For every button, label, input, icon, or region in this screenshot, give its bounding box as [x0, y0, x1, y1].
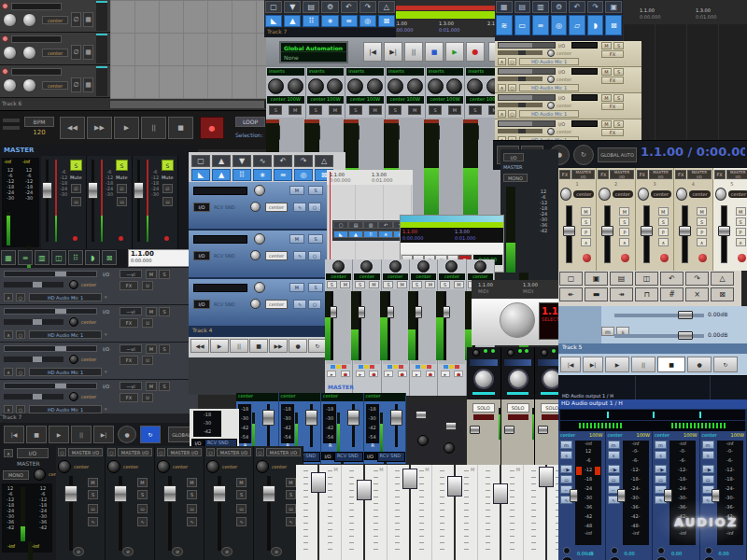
- solo-button[interactable]: S: [286, 490, 296, 499]
- pan-knob-large[interactable]: [655, 556, 668, 560]
- fx-button[interactable]: FX: [120, 281, 138, 290]
- toolbar-icon[interactable]: ◗: [587, 15, 604, 35]
- mute-button[interactable]: M: [581, 207, 591, 216]
- fader-handle[interactable]: [347, 410, 359, 426]
- master-pan-knob[interactable]: [34, 469, 46, 481]
- toolbar-icon[interactable]: ◎: [294, 169, 313, 181]
- toolbar-icon[interactable]: ⚙: [321, 1, 338, 13]
- fader-handle[interactable]: [357, 480, 372, 500]
- phase-button[interactable]: ⊘: [221, 547, 233, 556]
- inserts-label[interactable]: inserts: [427, 68, 464, 76]
- io-button[interactable]: I/O: [321, 452, 334, 460]
- pan-knob[interactable]: [69, 317, 78, 327]
- toolbar-icon[interactable]: ▲: [348, 231, 363, 238]
- phase-button[interactable]: P: [581, 228, 591, 236]
- toolbar-icon[interactable]: ↶: [274, 155, 292, 167]
- track-panel[interactable]: M S I/O RCV SND center ∿ ○ 2 +: [189, 182, 345, 231]
- fold-button[interactable]: ○: [157, 448, 165, 456]
- env-button[interactable]: ○: [508, 84, 516, 91]
- toolbar-icon[interactable]: ▲: [212, 169, 231, 181]
- pan-slider-handle[interactable]: [678, 331, 693, 340]
- trim-knob[interactable]: [472, 349, 480, 357]
- fx-button[interactable]: FX: [120, 393, 138, 402]
- output-button[interactable]: MASTER I/O: [687, 170, 711, 179]
- fx-slot-button[interactable]: ▸: [412, 371, 421, 377]
- solo-button[interactable]: S: [116, 160, 128, 171]
- volume-knob[interactable]: [254, 282, 265, 293]
- toolbar-icon[interactable]: △: [315, 155, 333, 167]
- fx-button[interactable]: FX: [601, 129, 624, 136]
- pan-readout[interactable]: center: [689, 190, 710, 198]
- mute-button[interactable]: M: [397, 281, 407, 288]
- toolbar-icon[interactable]: ≡: [274, 169, 292, 181]
- aux-knob[interactable]: [657, 547, 665, 554]
- solo-button[interactable]: S: [159, 382, 170, 391]
- toolbar-icon[interactable]: ◣: [191, 169, 210, 181]
- io-button[interactable]: I/O: [193, 300, 210, 309]
- volume-slider-handle[interactable]: [678, 311, 693, 319]
- pause-button[interactable]: ||: [141, 117, 166, 139]
- toolbar-icon[interactable]: ▭: [514, 15, 531, 35]
- solo-button[interactable]: s: [560, 451, 572, 459]
- fx-slot-button[interactable]: ▭: [655, 475, 667, 483]
- stop-button[interactable]: ■: [26, 426, 47, 443]
- record-button[interactable]: ●: [289, 339, 307, 353]
- rcv-snd-label[interactable]: RCV SND: [334, 452, 363, 462]
- aux-knob[interactable]: [611, 547, 618, 554]
- width-knob[interactable]: [446, 78, 462, 94]
- solo-button[interactable]: S: [308, 234, 323, 244]
- solo-button[interactable]: S: [137, 490, 148, 499]
- fader-handle[interactable]: [664, 489, 672, 502]
- solo-button[interactable]: S: [613, 42, 624, 49]
- solo-button[interactable]: S: [308, 186, 323, 195]
- stop-button[interactable]: ■: [168, 117, 193, 139]
- play-button[interactable]: ▶: [49, 426, 69, 443]
- rcv-snd-label[interactable]: RCV SND: [214, 301, 235, 307]
- mute-button[interactable]: M: [369, 105, 382, 115]
- track-panel[interactable]: I/O —vl M S center FX U ∧ ○ HD Audio Mic…: [0, 268, 198, 305]
- toolbar-icon[interactable]: ⠿: [68, 250, 83, 265]
- pan-knob[interactable]: [206, 460, 219, 473]
- route-button[interactable]: ◁▶: [560, 465, 572, 473]
- track-panel[interactable]: M S I/O RCV SND center ∿ ○ 3 +: [189, 231, 345, 279]
- phase-button[interactable]: P: [658, 228, 669, 236]
- width-knob[interactable]: [288, 78, 303, 94]
- pan-knob[interactable]: [332, 260, 345, 273]
- fader-handle[interactable]: [539, 467, 554, 487]
- fx-button[interactable]: FX: [637, 170, 648, 179]
- volume-slider[interactable]: [498, 120, 556, 127]
- toolbar-icon[interactable]: #: [660, 287, 684, 301]
- toolbar-icon[interactable]: ⊓: [635, 287, 658, 301]
- fold-button[interactable]: ∧: [4, 368, 13, 376]
- fx-button[interactable]: FX: [559, 170, 571, 179]
- go-start-button[interactable]: |◀: [363, 42, 382, 62]
- env-button[interactable]: ○: [16, 368, 25, 376]
- toolbar-icon[interactable]: ≡: [18, 250, 33, 265]
- mute-button[interactable]: M: [146, 270, 157, 279]
- mute-button[interactable]: M: [454, 281, 464, 288]
- mute-button[interactable]: M: [697, 207, 707, 216]
- fx-button[interactable]: ○: [308, 300, 321, 309]
- mute-button[interactable]: M: [146, 382, 157, 391]
- mono-button[interactable]: MONO: [3, 470, 29, 480]
- toolbar-icon[interactable]: ≡: [532, 15, 549, 35]
- fader-handle[interactable]: [712, 489, 720, 502]
- output-button[interactable]: MASTER I/O: [118, 448, 152, 456]
- toolbar-icon[interactable]: ↠: [610, 287, 633, 301]
- track-name-button[interactable]: HD Audio Mic 1: [519, 58, 579, 65]
- toolbar-icon[interactable]: ▼: [233, 155, 251, 167]
- name-dropdown-arrow[interactable]: ▾: [105, 331, 107, 337]
- inserts-label[interactable]: inserts: [307, 68, 345, 76]
- fader-handle[interactable]: [563, 226, 575, 236]
- toolbar-icon[interactable]: ∗: [321, 15, 338, 27]
- gain-knob[interactable]: [508, 369, 529, 389]
- env-button[interactable]: ∿: [137, 517, 148, 526]
- phase-button[interactable]: ∅: [71, 77, 81, 92]
- play-button[interactable]: ▶: [210, 339, 229, 353]
- item-lane[interactable]: [401, 243, 503, 254]
- routing-button[interactable]: ▦: [83, 12, 93, 27]
- stop-button[interactable]: ■: [425, 42, 444, 62]
- track-name-button[interactable]: HD Audio Mic 1: [29, 293, 102, 301]
- solo-button[interactable]: S: [412, 281, 422, 288]
- env-button[interactable]: ∿: [187, 517, 197, 526]
